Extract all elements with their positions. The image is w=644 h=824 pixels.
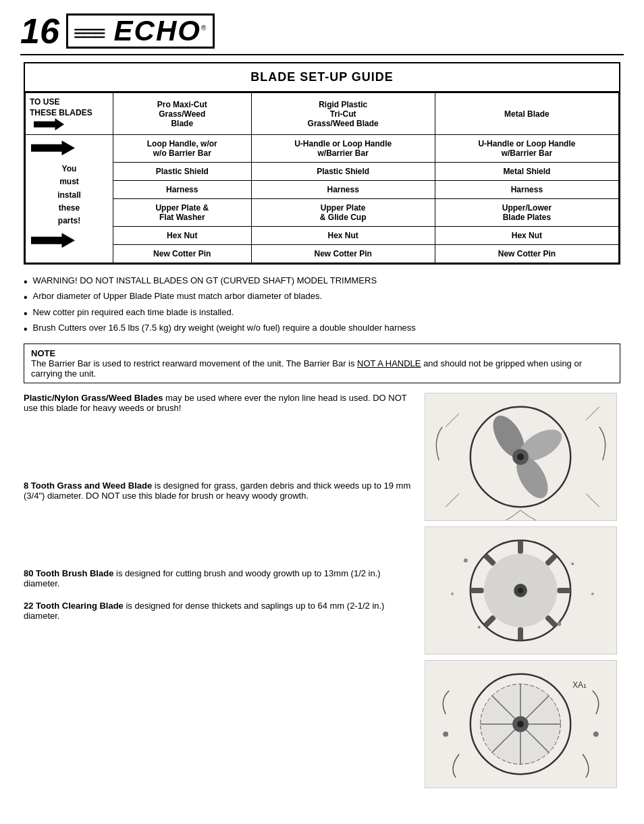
- col2-header: Rigid Plastic Tri-Cut Grass/Weed Blade: [251, 93, 435, 135]
- note-title: NOTE: [31, 348, 613, 358]
- svg-point-41: [443, 732, 448, 737]
- text-column: Plastic/Nylon Grass/Weed Blades may be u…: [24, 393, 425, 788]
- blade-desc-plastic-nylon: Plastic/Nylon Grass/Weed Blades may be u…: [24, 393, 411, 413]
- bullet-text-4: Brush Cutters over 16.5 lbs (7.5 kg) dry…: [33, 323, 416, 333]
- page-number: 16: [20, 13, 59, 49]
- note-text: The Barrier Bar is used to restrict rear…: [31, 358, 613, 379]
- table-row: Hex Nut Hex Nut Hex Nut: [26, 227, 619, 245]
- svg-point-39: [517, 721, 524, 727]
- echo-logo: ECHO®: [66, 13, 215, 49]
- blade-title-1: Plastic/Nylon Grass/Weed Blades: [24, 393, 163, 403]
- blade-svg-3: /* teeth rendered via CSS */ XA₁: [425, 661, 616, 788]
- blade-title-3: 80 Tooth Brush Blade: [24, 568, 113, 578]
- row3-col3: Harness: [435, 181, 618, 199]
- page-header: 16 ECHO®: [20, 13, 624, 55]
- bullet-dot: •: [24, 323, 28, 335]
- row5-col1: Hex Nut: [113, 227, 252, 245]
- guide-table: TO USE THESE BLADES Pro Maxi-Cut Grass/W…: [25, 92, 619, 263]
- note-box: NOTE The Barrier Bar is used to restrict…: [24, 344, 620, 383]
- row6-col2: New Cotter Pin: [251, 245, 435, 263]
- bullet-dot: •: [24, 275, 28, 288]
- not-a-handle-text: NOT A HANDLE: [357, 358, 421, 368]
- row1-col2: U-Handle or Loop Handle w/Barrier Bar: [251, 135, 435, 163]
- row5-col2: Hex Nut: [251, 227, 435, 245]
- row4-col1: Upper Plate & Flat Washer: [113, 199, 252, 227]
- you-must-install-text: You must install these parts!: [31, 163, 107, 227]
- svg-rect-15: [557, 588, 570, 593]
- to-use-label: TO USE THESE BLADES: [30, 97, 109, 130]
- blade-image-1: [425, 393, 617, 521]
- left-col-row1: You must install these parts!: [26, 135, 113, 263]
- blade-image-2: [425, 526, 617, 655]
- blade-guide-section: BLADE SET-UP GUIDE TO USE THESE BLADES P…: [24, 62, 620, 265]
- svg-text:XA₁: XA₁: [572, 680, 587, 690]
- bullet-item: • New cotter pin required each time blad…: [24, 307, 620, 320]
- row5-col3: Hex Nut: [435, 227, 618, 245]
- bottom-section: Plastic/Nylon Grass/Weed Blades may be u…: [24, 393, 620, 788]
- svg-rect-13: [518, 541, 523, 554]
- bullet-text-2: Arbor diameter of Upper Blade Plate must…: [33, 291, 323, 301]
- bullet-item: • WARNING! DO NOT INSTALL BLADES ON GT (…: [24, 275, 620, 288]
- svg-point-27: [557, 622, 561, 626]
- row3-col2: Harness: [251, 181, 435, 199]
- svg-point-29: [591, 593, 594, 595]
- row2-col3: Metal Shield: [435, 163, 618, 181]
- table-row: Harness Harness Harness: [26, 181, 619, 199]
- blade-desc-8tooth: 8 Tooth Grass and Weed Blade is designed…: [24, 480, 411, 501]
- bullet-item: • Arbor diameter of Upper Blade Plate mu…: [24, 291, 620, 304]
- row2-col2: Plastic Shield: [251, 163, 435, 181]
- svg-point-24: [464, 558, 468, 562]
- table-row: Plastic Shield Plastic Shield Metal Shie…: [26, 163, 619, 181]
- bullets-section: • WARNING! DO NOT INSTALL BLADES ON GT (…: [24, 275, 620, 335]
- left-header-cell: TO USE THESE BLADES: [26, 93, 113, 135]
- svg-point-42: [593, 732, 599, 737]
- row1-col1: Loop Handle, w/or w/o Barrier Bar: [113, 135, 252, 163]
- row3-col1: Harness: [113, 181, 252, 199]
- arrow-right-header: [34, 118, 64, 130]
- svg-rect-17: [518, 627, 523, 640]
- blade-image-3: /* teeth rendered via CSS */ XA₁: [425, 660, 617, 788]
- svg-point-23: [518, 588, 523, 593]
- blade-svg-1: [425, 393, 616, 520]
- blade-desc-22tooth: 22 Tooth Clearing Blade is designed for …: [24, 601, 411, 621]
- bullet-text-1: WARNING! DO NOT INSTALL BLADES ON GT (CU…: [33, 275, 377, 285]
- blade-desc-80tooth: 80 Tooth Brush Blade is designed for cut…: [24, 568, 411, 588]
- table-row: You must install these parts! Loop Handl…: [26, 135, 619, 163]
- guide-title: BLADE SET-UP GUIDE: [25, 63, 619, 92]
- row6-col3: New Cotter Pin: [435, 245, 618, 263]
- row4-col3: Upper/Lower Blade Plates: [435, 199, 618, 227]
- blade-svg-2: [425, 527, 616, 654]
- row2-col1: Plastic Shield: [113, 163, 252, 181]
- image-column: /* teeth rendered via CSS */ XA₁: [425, 393, 620, 788]
- bullet-text-3: New cotter pin required each time blade …: [33, 307, 234, 317]
- left-col-content: TO USE THESE BLADES: [30, 97, 109, 130]
- bullet-dot: •: [24, 307, 28, 320]
- main-content: BLADE SET-UP GUIDE TO USE THESE BLADES P…: [20, 62, 624, 788]
- bullet-dot: •: [24, 291, 28, 304]
- blade-title-2: 8 Tooth Grass and Weed Blade: [24, 480, 152, 491]
- blade-title-4: 22 Tooth Clearing Blade: [24, 601, 124, 611]
- table-row: New Cotter Pin New Cotter Pin New Cotter…: [26, 245, 619, 263]
- col1-header: Pro Maxi-Cut Grass/Weed Blade: [113, 93, 252, 135]
- svg-point-28: [451, 593, 454, 595]
- svg-point-6: [517, 454, 524, 460]
- row1-col3: U-Handle or Loop Handle w/Barrier Bar: [435, 135, 618, 163]
- to-use-text: TO USE THESE BLADES: [30, 97, 92, 117]
- logo-text: ECHO: [114, 15, 201, 47]
- row4-col2: Upper Plate & Glide Cup: [251, 199, 435, 227]
- col3-header: Metal Blade: [435, 93, 618, 135]
- row6-col1: New Cotter Pin: [113, 245, 252, 263]
- arrow-icon-bottom: [31, 233, 107, 250]
- svg-point-25: [571, 562, 574, 565]
- bullet-item: • Brush Cutters over 16.5 lbs (7.5 kg) d…: [24, 323, 620, 335]
- table-row: Upper Plate & Flat Washer Upper Plate & …: [26, 199, 619, 227]
- svg-rect-19: [471, 588, 484, 593]
- registered-mark: ®: [201, 24, 207, 32]
- svg-point-26: [478, 626, 481, 628]
- arrow-icon-top: [31, 140, 107, 157]
